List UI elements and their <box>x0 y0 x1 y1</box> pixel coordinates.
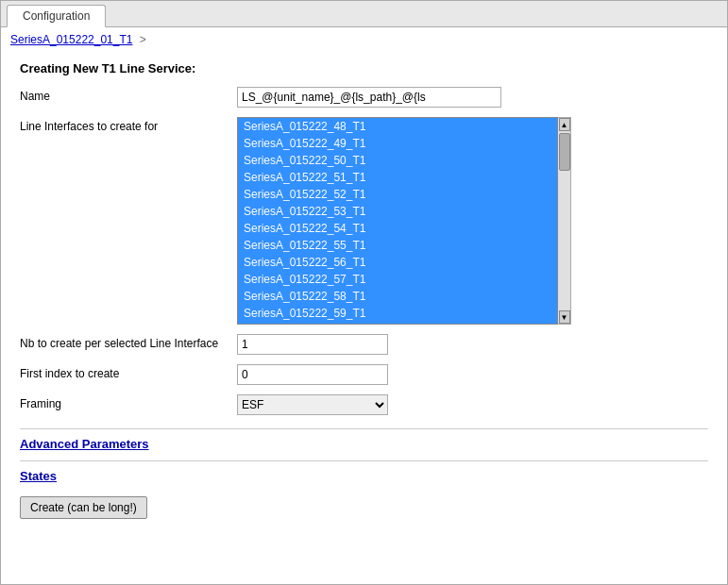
framing-label: Framing <box>20 394 237 410</box>
tab-bar: Configuration <box>1 1 727 27</box>
list-scroll-container: SeriesA_015222_48_T1SeriesA_015222_49_T1… <box>237 117 708 325</box>
breadcrumb: SeriesA_015222_01_T1 > <box>1 27 727 52</box>
create-button[interactable]: Create (can be long!) <box>20 496 147 519</box>
nb-input[interactable] <box>237 334 388 355</box>
name-input[interactable] <box>237 87 501 108</box>
list-item[interactable]: SeriesA_015222_60_T1 <box>238 322 557 325</box>
list-item[interactable]: SeriesA_015222_48_T1 <box>238 118 557 135</box>
scrollbar-up-arrow[interactable]: ▲ <box>559 118 570 131</box>
list-item[interactable]: SeriesA_015222_52_T1 <box>238 186 557 203</box>
scrollbar-down-arrow[interactable]: ▼ <box>559 310 570 324</box>
list-box[interactable]: SeriesA_015222_48_T1SeriesA_015222_49_T1… <box>237 117 558 325</box>
main-content: Creating New T1 Line Service: Name Line … <box>1 52 727 528</box>
nb-control <box>237 334 708 355</box>
name-label: Name <box>20 87 237 103</box>
nb-row: Nb to create per selected Line Interface <box>20 334 708 355</box>
breadcrumb-link[interactable]: SeriesA_015222_01_T1 <box>10 33 132 46</box>
scrollbar-track: ▲ ▼ <box>558 117 571 325</box>
line-interfaces-row: Line Interfaces to create for SeriesA_01… <box>20 117 708 325</box>
framing-row: Framing ESFD4SLC96 <box>20 394 708 415</box>
name-row: Name <box>20 87 708 108</box>
scrollbar-thumb[interactable] <box>559 133 570 171</box>
name-control <box>237 87 708 108</box>
list-item[interactable]: SeriesA_015222_51_T1 <box>238 169 557 186</box>
first-index-control <box>237 364 708 385</box>
advanced-params-link[interactable]: Advanced Parameters <box>20 437 149 451</box>
list-item[interactable]: SeriesA_015222_55_T1 <box>238 237 557 254</box>
first-index-label: First index to create <box>20 364 237 380</box>
first-index-input[interactable] <box>237 364 388 385</box>
section-title: Creating New T1 Line Service: <box>20 61 708 75</box>
list-item[interactable]: SeriesA_015222_49_T1 <box>238 135 557 152</box>
framing-select[interactable]: ESFD4SLC96 <box>237 394 388 415</box>
framing-control: ESFD4SLC96 <box>237 394 708 415</box>
create-button-wrapper: Create (can be long!) <box>20 483 708 519</box>
line-interfaces-control: SeriesA_015222_48_T1SeriesA_015222_49_T1… <box>237 117 708 325</box>
list-item[interactable]: SeriesA_015222_58_T1 <box>238 288 557 305</box>
list-item[interactable]: SeriesA_015222_50_T1 <box>238 152 557 169</box>
list-item[interactable]: SeriesA_015222_57_T1 <box>238 271 557 288</box>
first-index-row: First index to create <box>20 364 708 385</box>
tab-configuration[interactable]: Configuration <box>7 5 106 27</box>
nb-label: Nb to create per selected Line Interface <box>20 334 237 350</box>
breadcrumb-separator: > <box>140 33 146 46</box>
list-item[interactable]: SeriesA_015222_59_T1 <box>238 305 557 322</box>
advanced-params-section: Advanced Parameters <box>20 428 708 451</box>
list-item[interactable]: SeriesA_015222_53_T1 <box>238 203 557 220</box>
line-interfaces-label: Line Interfaces to create for <box>20 117 237 133</box>
states-section: States <box>20 460 708 483</box>
list-item[interactable]: SeriesA_015222_56_T1 <box>238 254 557 271</box>
states-link[interactable]: States <box>20 469 57 483</box>
list-item[interactable]: SeriesA_015222_54_T1 <box>238 220 557 237</box>
main-window: Configuration SeriesA_015222_01_T1 > Cre… <box>0 0 728 585</box>
